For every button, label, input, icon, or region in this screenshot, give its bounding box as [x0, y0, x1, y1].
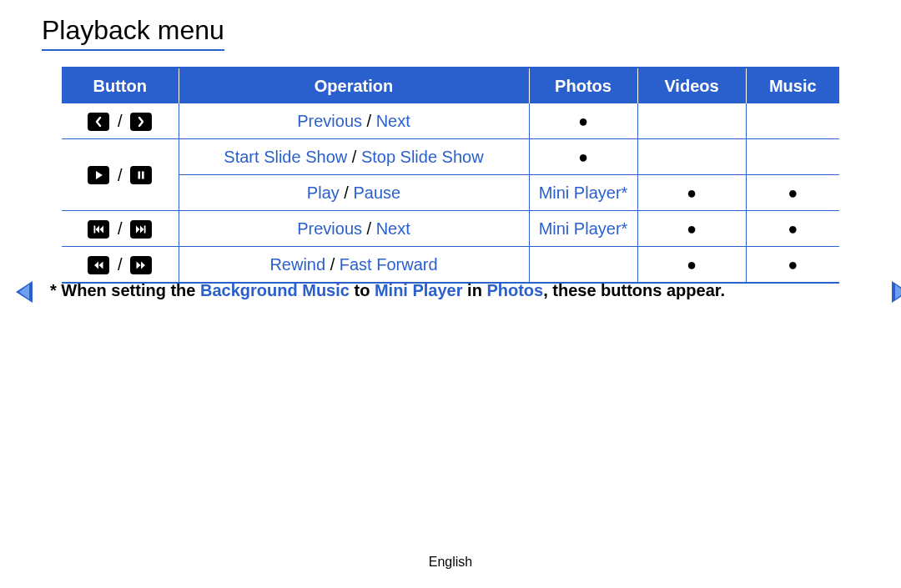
button-cell: /: [62, 247, 179, 284]
button-cell: /: [62, 211, 179, 247]
button-cell: /: [62, 139, 179, 211]
operation-a: Start Slide Show: [224, 148, 347, 166]
playback-table: Button Operation Photos Videos Music /: [62, 67, 839, 284]
table-row: / Previous / Next ●: [62, 103, 839, 139]
table-header-row: Button Operation Photos Videos Music: [62, 68, 839, 103]
photos-cell: Mini Player*: [529, 211, 637, 247]
operation-b: Next: [376, 219, 410, 238]
music-cell: [746, 139, 839, 175]
operation-cell: Start Slide Show / Stop Slide Show: [179, 139, 529, 175]
col-videos: Videos: [637, 68, 746, 103]
col-button: Button: [62, 68, 179, 103]
pause-icon: [130, 166, 152, 184]
svg-rect-1: [138, 172, 141, 179]
operation-cell: Previous / Next: [179, 211, 529, 247]
separator: /: [114, 219, 126, 239]
button-cell: /: [62, 103, 179, 139]
photos-cell: ●: [529, 139, 637, 175]
footnote-mid2: in: [463, 281, 487, 299]
table-row: / Previous / Next Mini Player* ● ●: [62, 211, 839, 247]
page-title: Playback menu: [42, 15, 224, 51]
skip-previous-icon: [88, 220, 109, 239]
table-row: / Rewind / Fast Forward ● ●: [62, 247, 839, 284]
svg-marker-11: [137, 261, 141, 269]
svg-marker-5: [100, 225, 104, 233]
operation-a: Previous: [297, 219, 362, 238]
svg-marker-0: [96, 171, 103, 179]
table-row: Play / Pause Mini Player* ● ●: [62, 175, 839, 211]
music-cell: [746, 103, 839, 139]
operation-cell: Play / Pause: [179, 175, 529, 211]
music-cell: ●: [746, 175, 839, 211]
footnote-b: Mini Player: [375, 281, 463, 299]
operation-sep: /: [347, 148, 361, 166]
operation-b: Pause: [353, 183, 400, 202]
operation-cell: Rewind / Fast Forward: [179, 247, 529, 284]
operation-sep: /: [362, 219, 376, 238]
rewind-icon: [88, 256, 109, 274]
skip-next-icon: [130, 220, 152, 239]
videos-cell: ●: [637, 247, 746, 284]
svg-marker-12: [141, 261, 145, 269]
videos-cell: ●: [637, 211, 746, 247]
photos-cell: ●: [529, 103, 637, 139]
play-icon: [88, 166, 109, 184]
footnote-mid1: to: [350, 281, 375, 299]
operation-b: Fast Forward: [340, 255, 438, 274]
footnote-end: , these buttons appear.: [543, 281, 725, 299]
music-cell: ●: [746, 247, 839, 284]
svg-marker-10: [99, 261, 103, 269]
operation-a: Play: [307, 183, 340, 202]
chevron-right-icon: [130, 113, 152, 131]
svg-marker-7: [140, 225, 144, 233]
table-row: / Start Slide Show / Stop Slide Show ●: [62, 139, 839, 175]
operation-a: Rewind: [269, 255, 325, 274]
svg-marker-4: [96, 225, 100, 233]
operation-b: Stop Slide Show: [361, 148, 484, 166]
svg-rect-3: [94, 225, 96, 233]
footer-language: English: [0, 555, 901, 570]
operation-a: Previous: [297, 112, 362, 130]
svg-rect-2: [142, 172, 144, 179]
separator: /: [114, 255, 126, 274]
fast-forward-icon: [130, 256, 152, 274]
footnote: * When setting the Background Music to M…: [50, 281, 725, 300]
footnote-a: Background Music: [200, 281, 350, 299]
operation-cell: Previous / Next: [179, 103, 529, 139]
footnote-lead: * When setting the: [50, 281, 200, 299]
separator: /: [114, 112, 126, 131]
svg-rect-8: [144, 225, 146, 233]
operation-b: Next: [376, 112, 410, 130]
photos-cell: [529, 247, 637, 284]
videos-cell: ●: [637, 175, 746, 211]
col-music: Music: [746, 68, 839, 103]
videos-cell: [637, 139, 746, 175]
photos-cell: Mini Player*: [529, 175, 637, 211]
col-operation: Operation: [179, 68, 529, 103]
col-photos: Photos: [529, 68, 637, 103]
svg-marker-9: [94, 261, 98, 269]
operation-sep: /: [362, 112, 376, 130]
music-cell: ●: [746, 211, 839, 247]
svg-marker-6: [136, 225, 140, 233]
separator: /: [114, 166, 126, 185]
operation-sep: /: [340, 183, 354, 202]
videos-cell: [637, 103, 746, 139]
footnote-c: Photos: [486, 281, 543, 299]
operation-sep: /: [325, 255, 340, 274]
chevron-left-icon: [88, 113, 109, 131]
